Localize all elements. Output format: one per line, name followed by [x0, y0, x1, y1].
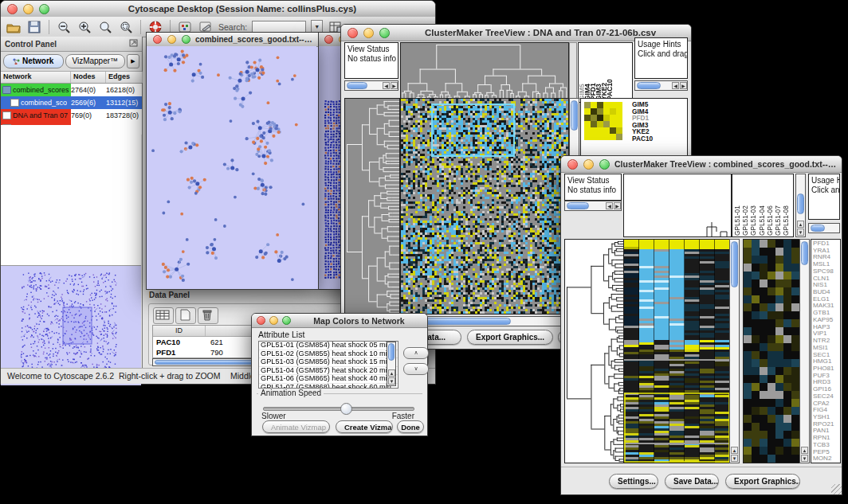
minimize-button[interactable] [583, 159, 594, 170]
dialog-titlebar[interactable]: Map Colors to Network [252, 314, 427, 328]
tv2-col-label[interactable]: GPL51-08 (GSM872) [782, 175, 790, 236]
resize-grip[interactable] [831, 484, 842, 494]
tv2-gene-label[interactable]: MON2 [813, 455, 840, 463]
tv2-export-graphics-button[interactable]: Export Graphics... [725, 474, 800, 489]
tv1-col-label[interactable]: PFD1 [591, 45, 596, 100]
move-up-button[interactable]: ∧ [403, 347, 429, 359]
tv2-heatmap-vscrollbar[interactable]: ▲▼ [729, 239, 740, 463]
network-view-window-1: combined_scores_good.txt--cluste... [146, 32, 319, 290]
toolbar-separator [140, 20, 141, 34]
tv2-col-label[interactable]: GPL51-06 (GSM865) [766, 175, 774, 236]
network1-titlebar[interactable]: combined_scores_good.txt--cluste... [147, 33, 318, 47]
tv1-heatmap[interactable] [400, 98, 569, 315]
tv2-usage-hints-panel: Usage Hi Click an [808, 174, 840, 220]
tv1-gene-list: GIM5GIM4PFD1GIM3YKE2PAC10 [632, 101, 653, 143]
close-button[interactable] [7, 4, 18, 14]
zoom-button[interactable] [599, 159, 610, 170]
tv2-genelist-scrollbar[interactable]: ▲▼ [799, 239, 810, 463]
main-titlebar[interactable]: Cytoscape Desktop (Session Name: collins… [1, 1, 435, 18]
tv2-row-dendrogram[interactable] [564, 239, 625, 463]
network-icon [2, 111, 11, 119]
close-button[interactable] [324, 35, 333, 44]
zoom-selected-icon[interactable] [97, 20, 113, 34]
zoom-button[interactable] [39, 4, 49, 14]
zoom-in-icon[interactable] [77, 20, 92, 34]
tv2-column-dendrogram[interactable] [623, 174, 732, 237]
tv2-col-label[interactable]: GPL51-04 (GSM857) [758, 175, 766, 236]
tv2-settings-button[interactable]: Settings... [609, 474, 658, 489]
tv1-export-graphics-button[interactable]: Export Graphics... [467, 330, 553, 345]
tv2-heatmap[interactable] [623, 239, 731, 463]
slider-thumb[interactable] [340, 403, 352, 415]
zoom-button[interactable] [282, 316, 291, 325]
network-table-row[interactable]: combined_scores 2764(0) 16218(0) [1, 84, 142, 96]
tv2-col-label[interactable]: GPL51-07 (GSM868) [774, 175, 782, 236]
close-button[interactable] [257, 316, 265, 325]
zoom-out-icon[interactable] [56, 20, 72, 34]
tv1-column-dendrogram[interactable] [400, 42, 569, 103]
minimize-button[interactable] [363, 28, 374, 38]
tv1-col-label[interactable]: GIM4 [585, 45, 591, 100]
tv2-hints-scrollbar[interactable] [808, 223, 840, 233]
minimize-button[interactable] [269, 316, 278, 325]
save-icon[interactable] [26, 20, 42, 34]
dialog-title: Map Colors to Network [291, 316, 427, 326]
create-vizmap-button[interactable]: Create Vizmap [336, 420, 393, 433]
tv2-gene-list: PFD1YRA1RNR4MSL1SPC98CLN1NIS1BUD4ELG1MAK… [811, 239, 841, 463]
tv1-column-labels: GIM5GIM4PFD1GIM3YKE2PAC10 [578, 42, 633, 103]
tv1-correlation-matrix[interactable] [584, 102, 622, 140]
tv1-status-scrollbar[interactable]: ◀▶ [344, 80, 398, 91]
network-table-header: Network Nodes Edges [1, 72, 142, 84]
attribute-list: GPL51-01 (GSM854) heat shock 05 minGPL51… [258, 341, 398, 389]
network-icon [2, 86, 11, 94]
move-down-button[interactable]: ∨ [403, 363, 429, 375]
tab-vizmapper[interactable]: VizMapper™ [65, 54, 126, 68]
close-button[interactable] [567, 159, 578, 170]
zoom-button[interactable] [182, 35, 190, 44]
close-button[interactable] [347, 28, 358, 38]
tab-overflow-button[interactable]: ▶ [127, 54, 139, 68]
tv1-col-scroll-strip[interactable] [569, 42, 577, 103]
network1-canvas[interactable] [147, 46, 316, 288]
control-panel: Control Panel Network VizMapper™ ▶ Netwo… [1, 37, 143, 369]
treeview2-titlebar[interactable]: ClusterMaker TreeView : combined_scores_… [561, 156, 842, 173]
id-column-header[interactable]: ID [153, 326, 206, 336]
treeview2-title: ClusterMaker TreeView : combined_scores_… [610, 159, 842, 169]
tab-network[interactable]: Network [3, 54, 64, 68]
animation-speed-slider[interactable] [263, 407, 414, 411]
attribute-list-item[interactable]: GPL51-01 (GSM854) heat shock 05 min [259, 342, 398, 350]
tv2-status-scrollbar[interactable]: ◀▶ [564, 201, 622, 211]
tv1-col-label[interactable]: PAC10 [607, 45, 613, 100]
tv2-col-label[interactable]: GPL51-03 (GSM856) [749, 175, 757, 236]
close-button[interactable] [153, 35, 162, 44]
tv1-gene-label[interactable]: PAC10 [632, 135, 653, 143]
tv2-detail-heatmap[interactable] [743, 239, 800, 463]
minimize-button[interactable] [23, 4, 33, 14]
tv1-col-label[interactable]: GIM3 [596, 45, 602, 100]
zoom-button[interactable] [379, 28, 390, 38]
tv1-row-dendrogram[interactable] [344, 98, 400, 315]
zoom-fit-icon[interactable] [118, 20, 134, 34]
faster-label: Faster [392, 412, 414, 420]
new-attribute-icon[interactable] [175, 307, 196, 324]
tv2-col-label[interactable]: GPL51-02 (GSM855) [741, 175, 749, 236]
done-button[interactable]: Done [397, 420, 424, 433]
tv2-collabel-scrollbar[interactable]: ▲▼ [795, 174, 806, 237]
tv1-hints-scrollbar[interactable]: ◀▶ [634, 80, 688, 91]
network-table-row[interactable]: DNA and Tran 07 769(0) 183728(0) [1, 109, 142, 122]
tv1-col-label[interactable]: YKE2 [602, 45, 607, 100]
delete-attribute-icon[interactable] [198, 307, 218, 324]
network-table-row[interactable]: combined_sco 2569(6) 13112(15) [1, 96, 142, 109]
open-icon[interactable] [6, 20, 22, 34]
minimize-button[interactable] [167, 35, 176, 44]
float-window-icon[interactable] [129, 39, 138, 49]
attribute-list-label: Attribute List [258, 330, 304, 339]
attribute-select-icon[interactable] [153, 307, 174, 324]
search-label: Search: [218, 22, 247, 32]
animate-vizmap-button: Animate Vizmap [262, 420, 330, 433]
tv1-col-label[interactable]: GIM5 [579, 45, 585, 100]
attribute-list-scrollbar[interactable]: ▲▼ [387, 342, 396, 386]
treeview2-window: ClusterMaker TreeView : combined_scores_… [560, 155, 842, 495]
tv2-col-label[interactable]: GPL51-01 (GSM854) [733, 175, 741, 236]
tv2-save-data-button[interactable]: Save Data... [665, 474, 719, 489]
